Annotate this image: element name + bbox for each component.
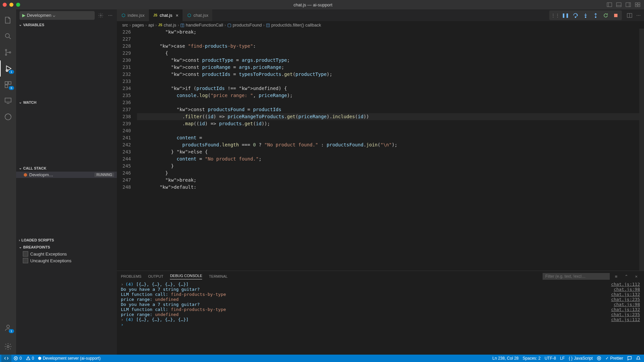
step-into-icon[interactable]	[582, 11, 590, 19]
status-feedback[interactable]	[625, 356, 634, 361]
status-warnings[interactable]: 0	[24, 356, 36, 361]
window-close-button[interactable]	[3, 3, 7, 7]
section-breakpoints[interactable]: ⌄BREAKPOINTS	[16, 243, 117, 251]
section-loaded-scripts[interactable]: ›LOADED SCRIPTS	[16, 237, 117, 243]
panel-bottom-icon[interactable]	[615, 1, 623, 8]
extensions-icon[interactable]: 6	[0, 77, 16, 93]
tab-output[interactable]: OUTPUT	[148, 274, 163, 278]
search-icon[interactable]	[0, 28, 16, 44]
section-label: CALL STACK	[23, 166, 46, 170]
checkbox[interactable]	[23, 258, 28, 263]
svg-rect-6	[635, 3, 637, 4]
section-callstack[interactable]: ⌄CALL STACK	[16, 165, 117, 172]
chevron-right-icon: ›	[19, 238, 20, 242]
tree-view-icon[interactable]: ≡	[612, 273, 620, 280]
svg-point-12	[5, 49, 7, 51]
panel-right-icon[interactable]	[625, 1, 632, 8]
restart-icon[interactable]	[602, 11, 610, 19]
breadcrumbs[interactable]: src› pages› api› JS chat.js› ◫ handleFun…	[117, 21, 644, 29]
bottom-panel: PROBLEMS OUTPUT DEBUG CONSOLE TERMINAL ≡…	[117, 271, 644, 355]
react-icon: ⬡	[187, 13, 191, 18]
status-lang[interactable]: { } JavaScript	[567, 356, 595, 361]
window-maximize-button[interactable]	[16, 3, 20, 7]
close-panel-icon[interactable]: ×	[633, 273, 640, 280]
tab-problems[interactable]: PROBLEMS	[121, 274, 141, 278]
minimap[interactable]	[639, 29, 644, 271]
svg-rect-2	[616, 3, 621, 7]
status-prettier[interactable]: ✓ Prettier	[603, 356, 625, 361]
method-icon: ◫	[266, 22, 270, 28]
breadcrumb-item[interactable]: productIds.filter() callback	[271, 22, 321, 28]
source-control-icon[interactable]	[0, 44, 16, 60]
step-over-icon[interactable]	[571, 11, 580, 19]
more-icon[interactable]: ⋯	[107, 13, 113, 18]
run-debug-icon[interactable]: 1	[0, 60, 16, 77]
drag-handle-icon[interactable]: ⋮⋮	[551, 11, 559, 19]
svg-point-25	[575, 16, 576, 17]
tab-chat-js[interactable]: JSchat.js×	[149, 9, 183, 21]
launch-config-selector[interactable]: ▶ Developmen ⌵	[19, 11, 95, 20]
editor[interactable]: 2262272282292302312322332342352362372382…	[117, 29, 644, 271]
status-errors[interactable]: 0	[11, 356, 24, 361]
split-editor-icon[interactable]	[626, 12, 633, 19]
svg-point-22	[7, 325, 9, 328]
breadcrumb-item[interactable]: handleFunctionCall	[186, 22, 223, 28]
edge-tools-icon[interactable]	[0, 109, 16, 125]
pause-icon[interactable]: ❚❚	[561, 11, 569, 19]
extensions-badge: 6	[9, 86, 14, 90]
tab-index-jsx[interactable]: ⬡index.jsx	[117, 9, 149, 21]
remote-indicator[interactable]	[1, 355, 11, 362]
play-icon[interactable]: ▶	[22, 13, 26, 18]
bp-caught-exceptions[interactable]: Caught Exceptions	[16, 251, 117, 257]
window-minimize-button[interactable]	[9, 3, 13, 7]
debug-badge: 1	[9, 70, 14, 74]
editor-tabs: ⬡index.jsx JSchat.js× ⬡chat.jsx ⋮⋮ ❚❚ ⋯	[117, 9, 644, 21]
step-out-icon[interactable]	[592, 11, 600, 19]
panel-left-icon[interactable]	[606, 1, 613, 8]
account-badge: 1	[9, 329, 14, 333]
callstack-thread[interactable]: ⬢ Developm… RUNNING	[16, 172, 117, 178]
line-numbers: 2262272282292302312322332342352362372382…	[117, 29, 137, 271]
status-task[interactable]: ⬢Development server (ai-support)	[36, 356, 102, 361]
breadcrumb-item[interactable]: productsFound	[233, 22, 262, 28]
close-icon[interactable]: ×	[176, 13, 178, 18]
section-label: LOADED SCRIPTS	[21, 238, 54, 242]
checkbox[interactable]	[23, 251, 28, 257]
breadcrumb-item[interactable]: chat.js	[164, 22, 176, 28]
title-right-icons	[606, 1, 641, 8]
gear-icon[interactable]	[97, 13, 104, 18]
section-watch[interactable]: ⌄WATCH	[16, 99, 117, 106]
status-spaces[interactable]: Spaces: 2	[521, 356, 543, 361]
customize-layout-icon[interactable]	[634, 1, 641, 8]
svg-rect-19	[5, 98, 11, 102]
bp-uncaught-exceptions[interactable]: Uncaught Exceptions	[16, 257, 117, 264]
breadcrumb-item[interactable]: src	[122, 22, 128, 28]
tab-debug-console[interactable]: DEBUG CONSOLE	[170, 274, 202, 279]
debug-toolbar: ⋮⋮ ❚❚	[549, 10, 622, 20]
window-title: chat.js — ai-support	[20, 2, 606, 7]
status-cursor[interactable]: Ln 238, Col 28	[490, 356, 520, 361]
thread-state: RUNNING	[94, 173, 114, 177]
status-encoding[interactable]: UTF-8	[543, 356, 558, 361]
account-icon[interactable]: 1	[0, 320, 16, 336]
status-eol[interactable]: LF	[558, 356, 567, 361]
settings-icon[interactable]	[0, 338, 16, 355]
explorer-icon[interactable]	[0, 12, 16, 28]
status-bell[interactable]	[634, 356, 643, 361]
stop-icon[interactable]	[612, 11, 620, 19]
breadcrumb-item[interactable]: api	[148, 22, 154, 28]
status-port[interactable]	[595, 356, 603, 361]
filter-input[interactable]	[543, 273, 610, 280]
svg-rect-16	[5, 82, 8, 84]
collapse-icon[interactable]: ⌃	[623, 273, 630, 280]
bug-icon: ⬢	[24, 172, 27, 177]
code-content[interactable]: "kw">break; "kw">case "find-products-by-…	[137, 29, 639, 271]
debug-console-output[interactable]: ›(4) [{…}, {…}, {…}, {…}]chat.js:112Do y…	[117, 282, 644, 355]
tab-chat-jsx[interactable]: ⬡chat.jsx	[183, 9, 213, 21]
section-variables[interactable]: ⌄VARIABLES	[16, 21, 117, 28]
more-actions-icon[interactable]: ⋯	[635, 12, 642, 19]
tab-terminal[interactable]: TERMINAL	[209, 274, 228, 278]
debug-sidebar: ▶ Developmen ⌵ ⋯ ⌄VARIABLES ⌄WATCH ⌄CALL…	[16, 9, 117, 355]
remote-explorer-icon[interactable]	[0, 93, 16, 109]
breadcrumb-item[interactable]: pages	[132, 22, 144, 28]
